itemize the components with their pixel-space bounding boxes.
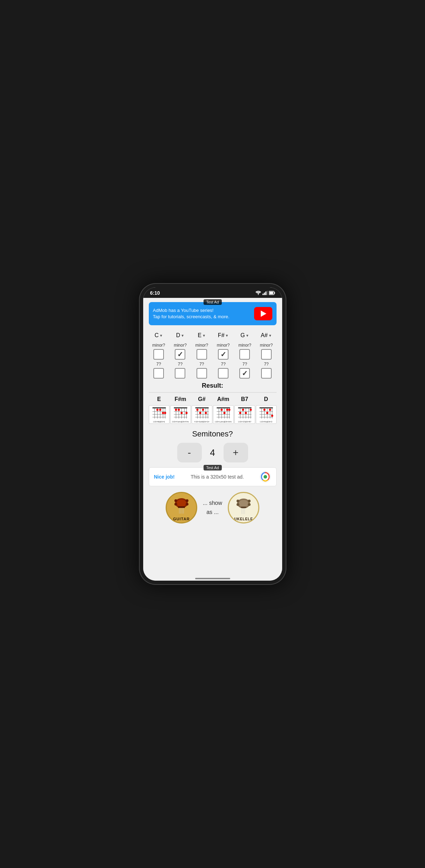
- chord-asharp-label: A#: [261, 332, 268, 339]
- chord-diagram-5[interactable]: 1 E5=Re||EN=D: [256, 405, 277, 424]
- chord-diagram-0[interactable]: 1 E5=Mi||EN=E: [149, 405, 170, 424]
- show-as-after: as ...: [206, 509, 219, 515]
- svg-rect-0: [263, 294, 264, 295]
- svg-point-86: [264, 475, 267, 479]
- chord-dropdown-c[interactable]: C ▼: [149, 331, 169, 340]
- guitar-label: GUITAR: [173, 517, 190, 521]
- guitar-button[interactable]: GUITAR: [166, 492, 197, 523]
- svg-point-17: [159, 409, 161, 411]
- ad-banner[interactable]: Test Ad AdMob has a YouTube series! Tap …: [149, 302, 277, 325]
- chord-dropdown-asharp[interactable]: A# ▼: [256, 331, 276, 340]
- ad-line1: AdMob has a YouTube series!: [153, 308, 214, 313]
- chord-diagram-1[interactable]: 2 E5=Fa#m||EN=F#m: [170, 405, 191, 424]
- seven-checkbox-1[interactable]: [175, 368, 185, 379]
- fretboard-5: [257, 407, 275, 419]
- ukelele-circle: UKELELE: [228, 492, 259, 523]
- play-icon: [261, 311, 266, 317]
- minor-group-0: minor?: [149, 343, 169, 360]
- seventh-group-3: 7?: [213, 362, 233, 379]
- chord-info-2: 4 E5=Sol#||EN=G#: [193, 421, 211, 423]
- result-label: Result:: [149, 382, 277, 389]
- svg-point-82: [266, 412, 268, 414]
- seventh-group-4: 7? ✓: [235, 362, 255, 379]
- svg-point-84: [271, 415, 273, 417]
- chord-diagram-4[interactable]: 1 E5=S7||EN=B7: [234, 405, 255, 424]
- fretboard-1: [171, 407, 190, 419]
- show-as-text: ... show as ...: [203, 499, 222, 516]
- ad-text: AdMob has a YouTube series! Tap for tuto…: [153, 307, 251, 320]
- minor-group-1: minor? ✓: [170, 343, 190, 360]
- chord-dropdown-e[interactable]: E ▼: [192, 331, 212, 340]
- svg-point-31: [180, 412, 182, 414]
- seventh-group-0: 7?: [149, 362, 169, 379]
- svg-rect-33: [195, 407, 208, 408]
- chord-d-arrow: ▼: [181, 334, 184, 338]
- status-icons: [255, 291, 275, 295]
- chord-info-3: 1 E5=La#m||EN=A#m: [214, 421, 233, 423]
- chord-g-label: G: [240, 332, 245, 339]
- minor-label-4: minor?: [238, 343, 251, 348]
- svg-point-70: [245, 412, 247, 414]
- seventh-group-1: 7?: [170, 362, 190, 379]
- svg-rect-59: [238, 407, 251, 408]
- svg-point-99: [239, 500, 248, 507]
- minor-checkbox-3[interactable]: ✓: [218, 349, 228, 360]
- show-as-section: GUITAR ... show as ...: [149, 492, 277, 523]
- semitone-controls: - 4 +: [149, 443, 277, 462]
- seven-checkbox-4[interactable]: ✓: [239, 368, 250, 379]
- svg-point-90: [174, 503, 177, 506]
- minor-checkbox-5[interactable]: [261, 349, 272, 360]
- guitar-circle: GUITAR: [166, 492, 197, 523]
- seven-checkbox-2[interactable]: [197, 368, 207, 379]
- chord-dropdown-fsharp[interactable]: F# ▼: [213, 331, 233, 340]
- chord-dropdown-d[interactable]: D ▼: [170, 331, 190, 340]
- small-ad-banner[interactable]: Test Ad Nice job! This is a 320x50 test …: [149, 467, 277, 486]
- chord-fsharp-label: F#: [218, 332, 225, 339]
- time-display: 6:10: [150, 290, 160, 296]
- chord-info-5: 1 E5=Re||EN=D: [257, 421, 275, 423]
- show-as-before: ... show: [203, 500, 222, 506]
- semitone-minus-button[interactable]: -: [177, 443, 202, 462]
- phone-screen: 6:10: [143, 287, 282, 581]
- seven-checkbox-0[interactable]: [153, 368, 164, 379]
- seven-label-2: 7?: [199, 362, 204, 367]
- wifi-icon: [255, 291, 261, 295]
- svg-point-92: [186, 503, 188, 506]
- chord-dropdown-g[interactable]: G ▼: [235, 331, 255, 340]
- minor-group-4: minor?: [235, 343, 255, 360]
- svg-rect-3: [267, 291, 267, 295]
- chord-fsharp-arrow: ▼: [225, 334, 229, 338]
- chord-diagram-2[interactable]: 4 E5=Sol#||EN=G#: [192, 405, 212, 424]
- svg-rect-7: [152, 407, 166, 408]
- minor-checkbox-0[interactable]: [153, 349, 164, 360]
- seven-label-3: 7?: [221, 362, 225, 367]
- svg-rect-46: [217, 407, 230, 408]
- content-area: Test Ad AdMob has a YouTube series! Tap …: [143, 298, 282, 576]
- checkmark-minor-1: ✓: [177, 351, 183, 358]
- ukelele-button[interactable]: UKELELE: [228, 492, 259, 523]
- chord-diagram-3[interactable]: 1 E5=La#m||EN=A#m: [213, 405, 234, 424]
- home-bar: [195, 578, 230, 579]
- svg-point-42: [196, 409, 198, 411]
- svg-point-102: [248, 500, 251, 502]
- svg-point-43: [199, 412, 201, 414]
- result-chord-2: G#: [192, 396, 212, 402]
- svg-rect-104: [241, 507, 246, 508]
- youtube-button[interactable]: [254, 307, 272, 320]
- semitone-value: 4: [207, 447, 218, 458]
- semitone-plus-button[interactable]: +: [224, 443, 248, 462]
- seven-checkbox-5[interactable]: [261, 368, 272, 379]
- seven-checkbox-3[interactable]: [218, 368, 228, 379]
- minor-checkbox-4[interactable]: [239, 349, 250, 360]
- svg-point-32: [185, 412, 187, 414]
- semitones-title: Semitones?: [149, 429, 277, 439]
- minor-checkbox-1[interactable]: ✓: [175, 349, 185, 360]
- semitones-section: Semitones? - 4 +: [149, 429, 277, 462]
- minor-checkbox-2[interactable]: [197, 349, 207, 360]
- fretboard-3: [214, 407, 233, 419]
- svg-point-44: [202, 409, 204, 411]
- minor-label-0: minor?: [152, 343, 165, 348]
- svg-point-101: [237, 503, 239, 506]
- checkmark-seven-4: ✓: [242, 370, 248, 377]
- ad-icon: [260, 471, 271, 482]
